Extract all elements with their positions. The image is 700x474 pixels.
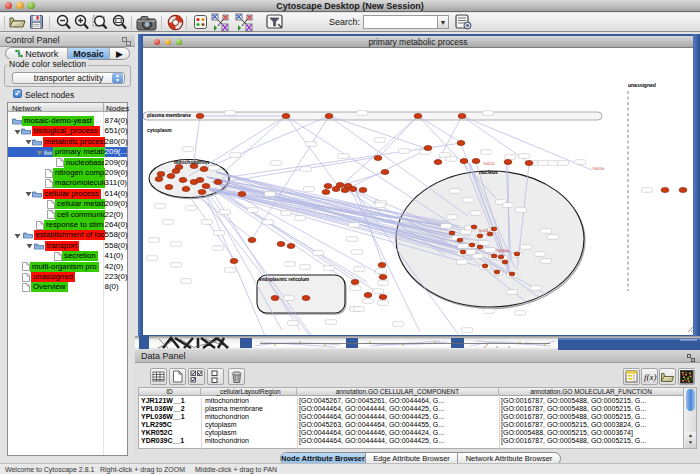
svg-text:endoplasmic reticulum: endoplasmic reticulum [259, 277, 309, 282]
svg-text:Ygl080w: Ygl080w [496, 249, 510, 253]
svg-text:Yhl016c: Yhl016c [592, 167, 605, 171]
svg-text:unassigned: unassigned [628, 82, 656, 88]
svg-text:cytoplasm: cytoplasm [147, 127, 172, 133]
svg-text:plasma membrane: plasma membrane [147, 112, 191, 118]
svg-text:mitochondrion: mitochondrion [174, 159, 209, 165]
svg-text:f(x): f(x) [644, 372, 657, 382]
svg-text:Ypr011c: Ypr011c [478, 229, 491, 233]
svg-text:nucleus: nucleus [479, 169, 498, 175]
svg-text:Yol122c: Yol122c [483, 162, 496, 166]
